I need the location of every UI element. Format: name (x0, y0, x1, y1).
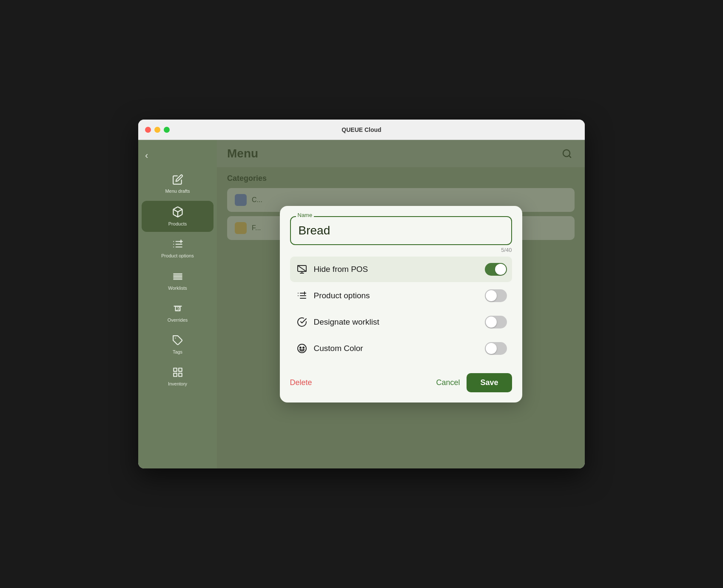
svg-rect-18 (179, 373, 182, 377)
svg-rect-16 (174, 368, 177, 371)
designate-worklist-icon (295, 315, 309, 329)
custom-color-icon (295, 342, 309, 355)
toggle-label-hide-from-pos: Hide from POS (314, 265, 485, 274)
sidebar-item-inventory[interactable]: Inventory (142, 362, 213, 392)
app-window: QUEUE Cloud ‹ Menu drafts (138, 120, 585, 468)
modal-overlay: Name 5/40 (217, 140, 585, 468)
toggle-label-designate-worklist: Designate worklist (314, 317, 485, 327)
save-button[interactable]: Save (467, 373, 512, 392)
char-count: 5/40 (290, 247, 512, 253)
toggle-switch-custom-color[interactable] (485, 342, 507, 355)
minimize-button[interactable] (154, 127, 160, 133)
sidebar: ‹ Menu drafts (138, 140, 217, 468)
toggle-label-custom-color: Custom Color (314, 344, 485, 353)
window-title: QUEUE Cloud (342, 126, 381, 133)
toggle-switch-product-options[interactable] (485, 289, 507, 302)
sidebar-item-label-inventory: Inventory (168, 381, 187, 387)
sidebar-item-label-overrides: Overrides (168, 317, 188, 323)
sidebar-item-menu-drafts[interactable]: Menu drafts (142, 169, 213, 199)
sidebar-item-tags[interactable]: Tags (142, 330, 213, 360)
sidebar-item-label-tags: Tags (173, 349, 182, 355)
name-input[interactable] (290, 216, 512, 245)
delete-button[interactable]: Delete (290, 378, 312, 387)
svg-point-35 (303, 347, 304, 348)
sidebar-item-product-options[interactable]: Product options (142, 234, 213, 264)
back-arrow-icon[interactable]: ‹ (145, 150, 148, 161)
name-field-wrapper: Name (290, 216, 512, 245)
svg-point-34 (300, 347, 301, 348)
name-label: Name (296, 212, 314, 218)
svg-line-23 (298, 265, 306, 271)
menu-drafts-icon (172, 174, 183, 187)
modal-dialog: Name 5/40 (280, 206, 522, 402)
modal-footer: Delete Cancel Save (290, 370, 512, 392)
sidebar-item-label-menu-drafts: Menu drafts (165, 188, 190, 194)
maximize-button[interactable] (164, 127, 170, 133)
sidebar-item-label-products: Products (168, 221, 187, 227)
tags-icon (172, 335, 183, 348)
main-content: Menu Categories C... F... (217, 140, 585, 468)
toggle-switch-designate-worklist[interactable] (485, 316, 507, 328)
sidebar-item-label-product-options: Product options (161, 253, 194, 259)
toggle-switch-hide-from-pos[interactable] (485, 263, 507, 276)
hide-from-pos-icon (295, 263, 309, 276)
app-body: ‹ Menu drafts (138, 140, 585, 468)
sidebar-back[interactable]: ‹ (138, 147, 217, 168)
sidebar-item-label-worklists: Worklists (168, 285, 187, 291)
product-options-toggle-icon (295, 289, 309, 303)
sidebar-item-products[interactable]: Products (142, 201, 213, 232)
sidebar-item-overrides[interactable]: 文 Overrides (142, 298, 213, 328)
cancel-button[interactable]: Cancel (436, 378, 460, 387)
product-options-icon (172, 239, 183, 251)
sidebar-item-worklists[interactable]: Worklists (142, 266, 213, 296)
title-bar: QUEUE Cloud (138, 120, 585, 140)
toggle-row-designate-worklist: Designate worklist (290, 309, 512, 335)
toggle-row-custom-color: Custom Color (290, 336, 512, 361)
close-button[interactable] (145, 127, 151, 133)
toggle-row-hide-from-pos: Hide from POS (290, 257, 512, 282)
window-controls (145, 127, 170, 133)
toggle-row-product-options: Product options (290, 283, 512, 308)
products-icon (172, 206, 184, 220)
overrides-icon: 文 (172, 303, 183, 316)
worklists-icon (172, 271, 183, 284)
svg-rect-19 (174, 373, 177, 377)
inventory-icon (172, 367, 183, 380)
toggle-label-product-options: Product options (314, 291, 485, 300)
svg-text:文: 文 (176, 305, 180, 311)
svg-rect-17 (179, 368, 182, 371)
